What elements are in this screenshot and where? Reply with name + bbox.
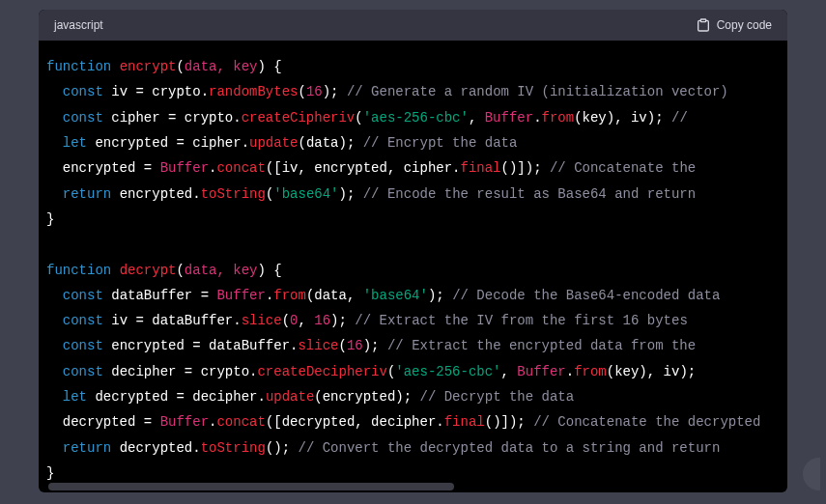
code-header: javascript Copy code	[39, 10, 787, 41]
code-content: function encrypt(data, key) { const iv =…	[46, 54, 787, 486]
svg-rect-0	[700, 19, 705, 22]
code-block: javascript Copy code function encrypt(da…	[39, 10, 787, 492]
scroll-down-button[interactable]	[803, 458, 820, 490]
horizontal-scrollbar-thumb[interactable]	[48, 483, 454, 490]
language-label: javascript	[54, 18, 103, 32]
copy-code-label: Copy code	[717, 18, 772, 32]
clipboard-icon	[696, 17, 711, 33]
code-body[interactable]: function encrypt(data, key) { const iv =…	[39, 41, 787, 492]
copy-code-button[interactable]: Copy code	[696, 17, 772, 33]
